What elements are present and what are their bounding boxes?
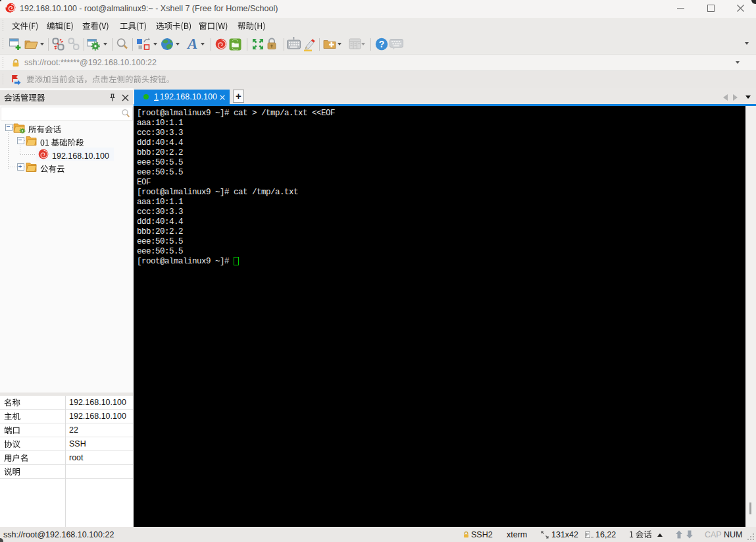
svg-text:?: ? xyxy=(379,39,385,49)
